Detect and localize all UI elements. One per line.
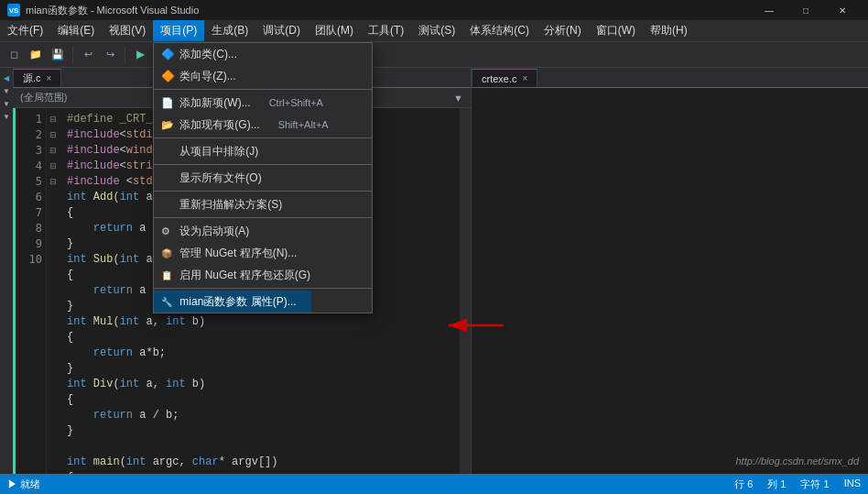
collapse-div[interactable]: ⊟ [47,159,60,174]
toolbar-open[interactable]: 📁 [26,45,46,65]
watermark: http://blog.csdn.net/smx_dd [735,456,859,467]
menu-arch[interactable]: 体系结构(C) [462,20,537,41]
menu-project[interactable]: 项目(P) 🔷 添加类(C)... 🔶 类向导(Z)... [153,20,204,41]
toolbar-save[interactable]: 💾 [48,45,68,65]
tab-crtexe[interactable]: crtexe.c × [472,69,537,87]
close-btn[interactable]: ✕ [824,0,861,20]
toolbar-undo[interactable]: ↩ [78,45,98,65]
menu-window[interactable]: 窗口(W) [589,20,643,41]
code-line-20: return a / b; [67,408,452,423]
menu-test[interactable]: 测试(S) [411,20,462,41]
menu-add-existing[interactable]: 📂 添加现有项(G)... Shift+Alt+A [154,114,342,136]
restore-icon: 📋 [161,270,172,280]
code-line-14: int Mul(int a, int b) [67,314,452,330]
tab-crtexe-label: crtexe.c [482,73,517,84]
sep1 [154,89,372,90]
menu-rescan[interactable]: 重新扫描解决方案(S) [154,193,372,215]
sep4 [154,191,372,192]
status-char: 字符 1 [800,478,829,491]
sep5 [154,217,372,218]
sidebar-icon-3[interactable]: ▼ [0,97,13,110]
code-line-15: { [67,330,452,346]
toolbar-new[interactable]: ◻ [4,45,24,65]
sidebar-icon-4[interactable]: ▼ [0,110,13,123]
menu-add-new-item[interactable]: 📄 添加新项(W)... Ctrl+Shift+A [154,92,338,114]
sep2 [154,137,372,138]
menu-edit[interactable]: 编辑(E) [50,20,102,41]
class-wizard-label: 类向导(Z)... [179,69,235,84]
sep6 [154,288,372,289]
status-ready: ▶ 就绪 [7,478,40,491]
add-existing-label: 添加现有项(G)... [179,117,259,133]
menu-show-files[interactable]: 显示所有文件(O) [154,167,372,189]
code-line-17: } [67,361,452,377]
menu-set-startup[interactable]: ⚙ 设为启动项(A) [154,220,264,242]
collapse-main[interactable]: ⊟ [47,174,60,190]
add-existing-icon: 📂 [161,119,174,131]
tab-source-close[interactable]: × [47,73,52,83]
menu-class-wizard[interactable]: 🔶 类向导(Z)... [154,65,250,87]
line-numbers: 1 2 3 4 5 6 7 8 [16,108,47,474]
code-line-18: int Div(int a, int b) [67,377,452,392]
menu-manage-nuget[interactable]: 📦 管理 NuGet 程序包(N)... [154,242,311,264]
sidebar-icon-1[interactable]: ◀ [0,71,13,84]
add-existing-shortcut: Shift+Alt+A [278,119,329,130]
title-controls: — □ ✕ [751,0,861,20]
menu-team[interactable]: 团队(M) [308,20,361,41]
tab-source-label: 源.c [23,71,41,85]
right-panel-content[interactable] [472,88,868,474]
add-class-label: 添加类(C)... [179,47,237,62]
status-right: 行 6 列 1 字符 1 INS [734,478,861,491]
manage-nuget-label: 管理 NuGet 程序包(N)... [179,246,297,261]
collapse-markers: ⊟ ⊟ ⊟ ⊟ [47,108,60,474]
project-dropdown: 🔷 添加类(C)... 🔶 类向导(Z)... 📄 添加新项(W [153,42,373,313]
nav-arrow: ▼ [453,93,463,104]
tab-source-c[interactable]: 源.c × [13,69,61,87]
menu-view[interactable]: 视图(V) [102,20,153,41]
menu-add-class[interactable]: 🔷 添加类(C)... [154,43,270,65]
menu-properties[interactable]: 🔧 mian函数参数 属性(P)... [154,291,310,313]
menu-tools[interactable]: 工具(T) [361,20,411,41]
minimize-btn[interactable]: — [751,0,787,20]
add-new-label: 添加新项(W)... [179,95,250,111]
vertical-scrollbar[interactable] [460,108,471,474]
left-sidebar: ◀ ▼ ▼ ▼ [0,68,13,474]
add-new-shortcut: Ctrl+Shift+A [269,97,323,108]
menu-restore-nuget[interactable]: 📋 启用 NuGet 程序包还原(G) [154,264,325,286]
title-bar: VS mian函数参数 - Microsoft Visual Studio — … [0,0,868,20]
collapse-mul[interactable]: ⊟ [47,143,60,159]
main-content: ◀ ▼ ▼ ▼ 源.c × (全局范围) ▼ [0,68,868,474]
code-line-21: } [67,423,452,439]
toolbar-row1: ◻ 📁 💾 ↩ ↪ ▶ ⏸ ■ ↷ ↘ 代码图 🔍 ≡ ⋯ [0,42,868,68]
menu-help[interactable]: 帮助(H) [643,20,695,41]
menu-bar: 文件(F) 编辑(E) 视图(V) 项目(P) 🔷 添加类(C)... 🔶 类向… [0,20,868,42]
right-panel-tabs: crtexe.c × [472,68,868,88]
menu-debug[interactable]: 调试(D) [255,20,308,41]
menu-exclude[interactable]: 从项目中排除(J) [154,140,372,162]
add-class-icon: 🔷 [161,48,175,60]
window-title: mian函数参数 - Microsoft Visual Studio [26,4,199,17]
exclude-label: 从项目中排除(J) [179,144,258,159]
class-wizard-icon: 🔶 [161,70,175,82]
menu-build[interactable]: 生成(B) [204,20,255,41]
rescan-label: 重新扫描解决方案(S) [179,197,282,213]
vs-icon: VS [7,4,20,16]
sidebar-icon-2[interactable]: ▼ [0,84,13,97]
code-line-22 [67,439,452,455]
collapse-add[interactable]: ⊟ [47,112,60,127]
right-panel: crtexe.c × [471,68,868,474]
status-ins: INS [844,478,861,491]
restore-nuget-label: 启用 NuGet 程序包还原(G) [179,268,310,283]
maximize-btn[interactable]: □ [787,0,824,20]
menu-analyze[interactable]: 分析(N) [537,20,589,41]
status-col: 列 1 [767,478,786,491]
set-startup-label: 设为启动项(A) [179,224,249,239]
tab-crtexe-close[interactable]: × [523,73,528,83]
collapse-sub[interactable]: ⊟ [47,127,60,143]
status-bar: ▶ 就绪 行 6 列 1 字符 1 INS [0,474,868,494]
toolbar-start[interactable]: ▶ [130,45,150,65]
status-line: 行 6 [734,478,753,491]
toolbar-redo[interactable]: ↪ [100,45,120,65]
code-line-19: { [67,392,452,408]
menu-file[interactable]: 文件(F) [0,20,50,41]
